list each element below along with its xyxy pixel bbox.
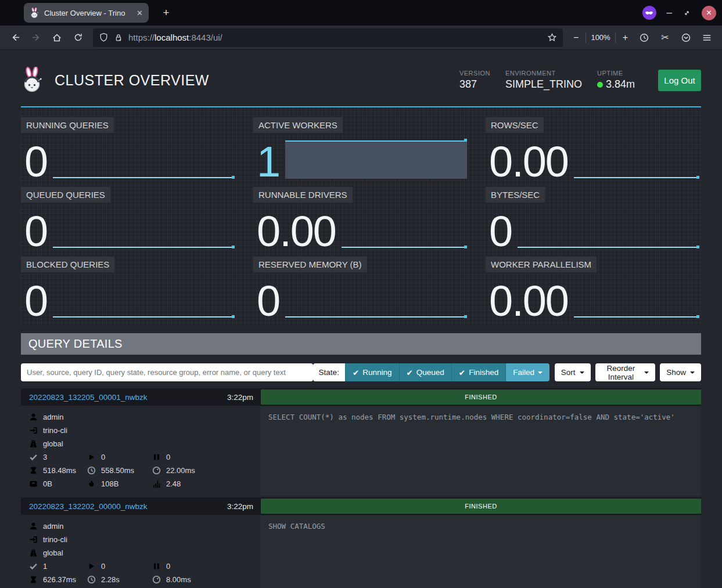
resource-group-road-icon <box>29 439 38 448</box>
window-minimize-button[interactable]: – <box>667 10 672 16</box>
sparkline <box>518 210 699 248</box>
url-text[interactable]: https://localhost:8443/ui/ <box>128 33 222 42</box>
filter-finished-button[interactable]: ✔Finished <box>451 363 505 381</box>
completed-splits-check-icon <box>29 453 38 461</box>
separator <box>585 33 586 43</box>
current-memory-scale-icon <box>29 479 38 488</box>
stat-label: ROWS/SEC <box>486 117 544 133</box>
window-restore-button[interactable] <box>683 9 691 17</box>
query-row: 20220823_132202_00000_nwbzk 3:22pm FINIS… <box>21 497 701 588</box>
sparkline <box>285 280 467 318</box>
bookmark-star-icon[interactable] <box>547 33 557 42</box>
stat-value: 0 <box>24 284 47 318</box>
caret-down-icon <box>538 371 543 374</box>
query-id-link[interactable]: 20220823_132202_00000_nwbzk <box>29 502 147 511</box>
query-status-badge: FINISHED <box>261 499 701 514</box>
parallelism: 2.48 <box>166 479 181 488</box>
window-close-button[interactable]: ✕ <box>702 6 716 20</box>
query-filter-toolbar: State: ✔Running ✔Queued ✔Finished Failed… <box>21 363 701 381</box>
tab-title: Cluster Overview - Trino <box>44 9 133 17</box>
pocket-icon[interactable] <box>677 28 695 47</box>
parallelism-stats-icon <box>152 479 161 488</box>
zoom-level[interactable]: 100% <box>591 33 610 42</box>
new-tab-button[interactable]: + <box>158 5 174 21</box>
completed-splits-check-icon <box>29 562 38 571</box>
separator <box>615 33 616 43</box>
url-bar[interactable]: https://localhost:8443/ui/ <box>93 28 563 47</box>
stat-blocked-queries: BLOCKED QUERIES 0 <box>21 257 236 320</box>
filter-failed-dropdown[interactable]: Failed <box>505 363 549 381</box>
uptime-status-dot <box>597 82 603 88</box>
query-resource-group: global <box>43 439 63 448</box>
stat-label: BYTES/SEC <box>486 187 545 203</box>
menu-hamburger-icon[interactable] <box>698 28 716 47</box>
history-clock-icon[interactable] <box>635 28 653 47</box>
stat-label: RUNNABLE DRIVERS <box>253 187 353 203</box>
uptime-label: UPTIME <box>597 70 635 77</box>
wall-time: 518.48ms <box>43 466 76 475</box>
cpu-time: 22.00ms <box>166 466 195 475</box>
filter-running-button[interactable]: ✔Running <box>345 363 399 381</box>
reload-button[interactable] <box>69 28 87 47</box>
sparkline <box>342 210 467 248</box>
stat-value: 0 <box>24 145 47 179</box>
stat-value: 0 <box>257 284 279 318</box>
screenshot-scissors-icon[interactable]: ✂ <box>656 28 674 47</box>
browser-tab[interactable]: Cluster Overview - Trino ✕ <box>24 3 149 23</box>
total-wall-time: 2.28s <box>101 575 120 584</box>
environment-value: SIMPLE_TRINO <box>505 78 582 91</box>
query-resource-group: global <box>43 549 63 557</box>
tracking-shield-icon[interactable] <box>99 33 109 42</box>
sparkline <box>574 140 699 179</box>
query-search-input[interactable] <box>21 363 313 381</box>
show-dropdown[interactable]: Show <box>660 363 701 381</box>
stat-active-workers: ACTIVE WORKERS 1 <box>253 117 469 181</box>
check-icon: ✔ <box>407 368 413 377</box>
query-id-link[interactable]: 20220823_132205_00001_nwbzk <box>29 393 147 402</box>
stat-running-queries: RUNNING QUERIES 0 <box>21 117 236 181</box>
tab-close-icon[interactable]: ✕ <box>137 9 143 17</box>
stat-worker-parallelism: WORKER PARALLELISM 0.00 <box>486 257 701 320</box>
wall-time-hourglass-icon <box>29 466 38 475</box>
query-sql-text: SELECT COUNT(*) as nodes FROM system.run… <box>260 406 701 496</box>
lock-icon[interactable] <box>114 33 123 42</box>
browser-titlebar: Cluster Overview - Trino ✕ + – ✕ <box>0 0 722 26</box>
user-icon <box>29 522 38 531</box>
version-label: VERSION <box>459 70 490 77</box>
private-browsing-icon <box>642 6 656 20</box>
total-time-clock-icon <box>87 575 96 584</box>
stat-rows-sec: ROWS/SEC 0.00 <box>486 117 701 181</box>
forward-button[interactable] <box>27 28 45 47</box>
page-title: CLUSTER OVERVIEW <box>55 72 209 89</box>
query-user: admin <box>43 522 63 531</box>
sparkline <box>53 140 235 179</box>
zoom-out-button[interactable]: − <box>571 33 581 43</box>
stats-dashboard: RUNNING QUERIES 0 ACTIVE WORKERS 1 ROWS/… <box>21 107 701 326</box>
logout-button[interactable]: Log Out <box>658 70 701 91</box>
cumulative-memory: 108B <box>101 479 118 488</box>
browser-toolbar: https://localhost:8443/ui/ − 100% + ✂ <box>0 26 722 50</box>
reorder-interval-dropdown[interactable]: Reorder Interval <box>595 363 656 381</box>
cpu-time-gauge-icon <box>152 466 161 475</box>
sparkline <box>574 280 699 318</box>
running-splits: 0 <box>101 562 105 571</box>
app-header: CLUSTER OVERVIEW VERSION 387 ENVIRONMENT… <box>0 50 722 99</box>
queued-splits-pause-icon <box>152 562 161 571</box>
filter-queued-button[interactable]: ✔Queued <box>399 363 451 381</box>
total-time-clock-icon <box>87 466 96 475</box>
zoom-in-button[interactable]: + <box>620 33 630 43</box>
stat-value: 0.00 <box>489 284 568 318</box>
home-button[interactable] <box>48 28 66 47</box>
stat-label: WORKER PARALLELISM <box>486 257 597 272</box>
stat-value: 0.00 <box>257 215 336 248</box>
back-button[interactable] <box>6 28 24 47</box>
stat-value: 0.00 <box>489 145 568 179</box>
running-splits: 0 <box>101 453 105 461</box>
stat-label: QUEUED QUERIES <box>21 187 110 203</box>
sparkline <box>53 280 235 318</box>
cpu-time: 8.00ms <box>166 575 191 584</box>
queued-splits: 0 <box>166 562 170 571</box>
sort-dropdown[interactable]: Sort <box>555 363 591 381</box>
source-login-icon <box>29 535 38 544</box>
stat-label: ACTIVE WORKERS <box>253 117 343 133</box>
